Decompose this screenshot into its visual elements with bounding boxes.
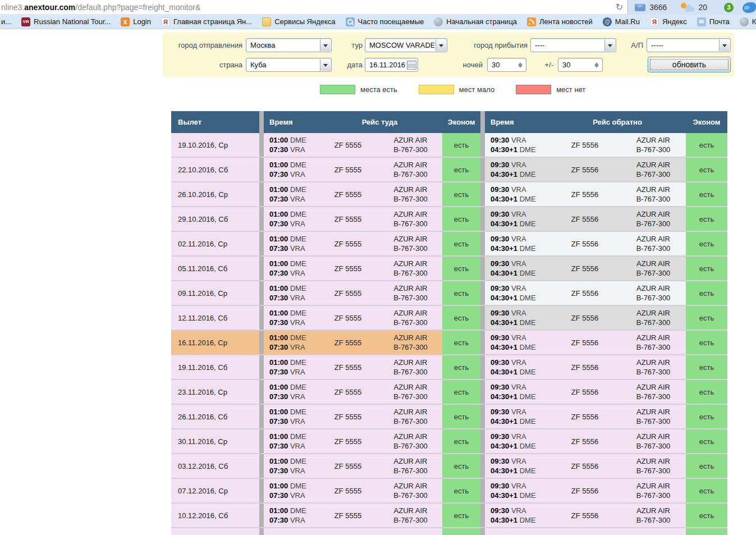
departure-date-cell: 26.10.2016, Ср <box>171 182 259 206</box>
stepper-arrows-icon[interactable] <box>592 58 601 71</box>
column-separator <box>480 454 485 478</box>
inbound-time-cell: 09:30 VRA04:30+1 DME <box>485 380 549 404</box>
inbound-flight-cell: ZF 5556 <box>549 380 621 404</box>
outbound-flight-cell: ZF 5555 <box>317 133 379 157</box>
outbound-econom-cell: есть <box>442 281 480 305</box>
table-row[interactable]: 09.11.2016, Ср01:00 DME07:30 VRAZF 5555A… <box>171 281 727 306</box>
inbound-time-cell: 09:30 VRA04:30+1 DME <box>485 133 549 157</box>
outbound-flight-cell <box>317 528 379 535</box>
stepper-arrows-icon[interactable] <box>516 58 524 71</box>
inbound-econom-cell: есть <box>686 380 727 404</box>
table-row[interactable]: 30.11.2016, Ср01:00 DME07:30 VRAZF 5555A… <box>171 429 727 454</box>
inbound-time-cell: 09:30 VRA04:30+1 DME <box>485 479 549 502</box>
column-separator <box>259 232 264 255</box>
departure-date-cell: 16.11.2016, Ср <box>171 331 259 354</box>
table-row[interactable]: 29.10.2016, Сб01:00 DME07:30 VRAZF 5555A… <box>171 207 727 232</box>
table-row[interactable]: 23.11.2016, Ср01:00 DME07:30 VRAZF 5555A… <box>171 380 727 405</box>
table-row[interactable]: 26.10.2016, Ср01:00 DME07:30 VRAZF 5555A… <box>171 182 727 207</box>
browser-address-bar: nline3.anextour.com/default.php?page=fre… <box>0 0 756 15</box>
inbound-econom-cell: есть <box>686 355 727 379</box>
bookmark-item[interactable]: и... <box>0 15 16 29</box>
refresh-button[interactable]: обновить <box>648 57 731 72</box>
column-separator <box>480 133 485 157</box>
chevron-down-icon[interactable] <box>719 39 730 51</box>
nights-stepper[interactable]: 30 <box>487 58 526 72</box>
column-separator <box>480 306 485 330</box>
bookmark-item[interactable]: Начальная страница <box>429 15 522 29</box>
reload-icon[interactable]: ↻ <box>616 3 623 12</box>
table-row[interactable]: 19.11.2016, Сб01:00 DME07:30 VRAZF 5555A… <box>171 355 727 380</box>
search-form: город отправления Москва тур MOSCOW VARA… <box>163 33 734 77</box>
bookmark-label: Главная страница Ян... <box>173 17 252 26</box>
mailru-icon: @ <box>603 17 612 26</box>
inbound-airline-cell: AZUR AIRB-767-300 <box>621 207 686 231</box>
outbound-econom-cell: есть <box>442 232 480 255</box>
column-separator <box>259 111 264 133</box>
outbound-time-cell: 01:00 DME07:30 VRA <box>264 504 317 527</box>
bookmark-item[interactable]: xLogin <box>116 15 156 29</box>
airport-select[interactable]: ----- <box>647 38 731 52</box>
table-row[interactable]: 16.11.2016, Ср01:00 DME07:30 VRAZF 5555A… <box>171 331 727 355</box>
column-separator <box>259 158 264 181</box>
legend-swatch <box>419 85 454 94</box>
inbound-time-cell: 09:30 VRA04:30+1 DME <box>485 182 549 206</box>
bookmark-item[interactable]: Сервисы Яндекса <box>257 15 340 29</box>
browser-corner-icon[interactable] <box>743 2 756 13</box>
table-row[interactable]: 19.10.2016, Ср01:00 DME07:30 VRAZF 5555A… <box>171 133 727 158</box>
inbound-flight-cell: ZF 5556 <box>549 158 621 181</box>
outbound-time-cell: 01:00 DME07:30 VRA <box>264 133 317 157</box>
inbound-flight-cell: ZF 5556 <box>549 355 621 379</box>
bookmark-item[interactable]: Часто посещаемые <box>341 15 429 29</box>
weather-icon[interactable] <box>680 3 695 12</box>
legend-item: места есть <box>320 85 419 94</box>
inbound-time-cell: 09:30 VRA04:30+1 DME <box>485 454 549 478</box>
outbound-time-cell: 01:00 DME07:30 VRA <box>264 257 317 280</box>
column-separator <box>259 355 264 379</box>
table-row[interactable]: 07.12.2016, Ср01:00 DME07:30 VRAZF 5555A… <box>171 479 727 504</box>
departure-city-select[interactable]: Москва <box>246 38 332 52</box>
column-separator <box>259 504 264 527</box>
inbound-flight-cell: ZF 5556 <box>549 306 621 330</box>
legend-label: мест нет <box>556 85 585 94</box>
chevron-down-icon[interactable] <box>436 39 446 51</box>
bookmark-item[interactable]: VRRussian National Tour... <box>16 15 116 29</box>
bookmark-item[interactable]: ЯЯндекс <box>645 15 692 29</box>
inbound-econom-cell: есть <box>686 454 727 478</box>
table-row[interactable]: 05.11.2016, Сб01:00 DME07:30 VRAZF 5555A… <box>171 257 727 281</box>
arrival-city-select[interactable]: ---- <box>530 38 616 52</box>
calendar-icon[interactable] <box>407 61 416 70</box>
table-row[interactable] <box>171 528 727 535</box>
outbound-flight-cell: ZF 5555 <box>317 380 379 404</box>
column-separator <box>480 158 485 181</box>
legend-item: мест нет <box>516 85 607 94</box>
bookmark-item[interactable]: ✉Почта <box>692 15 735 29</box>
tour-select[interactable]: MOSCOW VARADERO <box>365 38 447 52</box>
inbound-flight-cell: ZF 5556 <box>549 207 621 231</box>
globe-icon <box>740 17 749 26</box>
outbound-econom-cell: есть <box>442 380 480 404</box>
url-input[interactable]: nline3.anextour.com/default.php?page=fre… <box>0 0 628 15</box>
mail-icon[interactable] <box>635 4 645 11</box>
inbound-flight-cell <box>549 528 621 535</box>
table-row[interactable]: 10.12.2016, Сб01:00 DME07:30 VRAZF 5555A… <box>171 504 727 528</box>
bookmark-item[interactable]: Лента новостей <box>522 15 598 29</box>
airport-label: А/П <box>612 38 643 52</box>
table-row[interactable]: 12.11.2016, Сб01:00 DME07:30 VRAZF 5555A… <box>171 306 727 331</box>
bookmark-item[interactable]: ЯГлавная страница Ян... <box>156 15 257 29</box>
table-row[interactable]: 22.10.2016, Сб01:00 DME07:30 VRAZF 5555A… <box>171 158 727 182</box>
outbound-airline-cell: AZUR AIRB-767-300 <box>379 405 442 428</box>
bookmark-item[interactable]: @Mail.Ru <box>598 15 645 29</box>
inbound-time-cell: 09:30 VRA04:30+1 DME <box>485 429 549 453</box>
country-select[interactable]: Куба <box>246 58 332 72</box>
table-row[interactable]: 02.11.2016, Ср01:00 DME07:30 VRAZF 5555A… <box>171 232 727 257</box>
plus-minus-stepper[interactable]: 30 <box>558 58 603 72</box>
inbound-airline-cell: AZUR AIRB-767-300 <box>621 232 686 255</box>
departure-date-cell: 26.11.2016, Сб <box>171 405 259 428</box>
notification-badge[interactable]: 3 <box>724 3 734 12</box>
table-row[interactable]: 03.12.2016, Сб01:00 DME07:30 VRAZF 5555A… <box>171 454 727 479</box>
xampp-icon: x <box>121 17 130 26</box>
bookmark-item[interactable]: Коллекция веб-фраг. <box>735 15 756 29</box>
departure-date-cell: 09.11.2016, Ср <box>171 281 259 305</box>
table-row[interactable]: 26.11.2016, Сб01:00 DME07:30 VRAZF 5555A… <box>171 405 727 429</box>
date-input[interactable]: 16.11.2016 <box>365 58 418 72</box>
